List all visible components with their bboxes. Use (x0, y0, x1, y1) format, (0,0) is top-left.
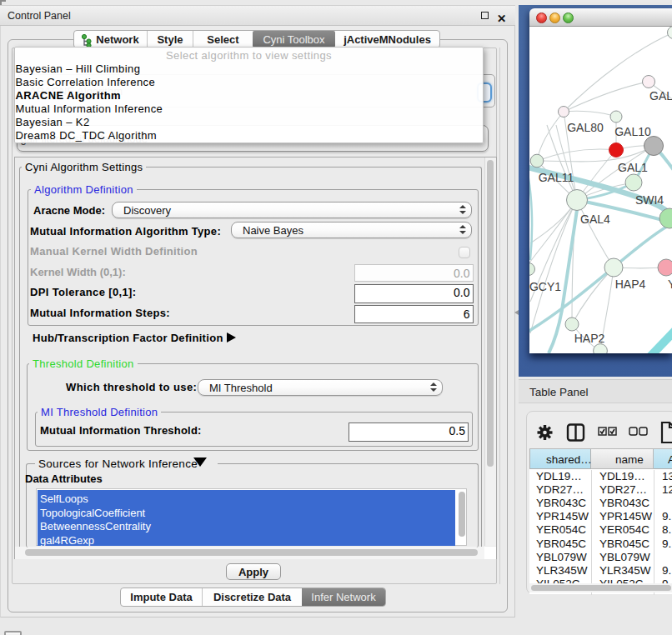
svg-text:GAL10: GAL10 (614, 125, 651, 138)
svg-text:HAP2: HAP2 (574, 332, 605, 345)
svg-text:HAP4: HAP4 (615, 278, 646, 291)
svg-text:GAL80: GAL80 (567, 121, 604, 134)
svg-text:GAL7: GAL7 (649, 89, 672, 102)
svg-text:GAL11: GAL11 (539, 171, 574, 184)
svg-text:GAL1: GAL1 (618, 161, 648, 174)
svg-text:SWI4: SWI4 (635, 193, 664, 207)
svg-text:GAL4: GAL4 (580, 212, 610, 226)
svg-text:GCY1: GCY1 (529, 280, 561, 293)
svg-text:Y: Y (668, 278, 672, 291)
